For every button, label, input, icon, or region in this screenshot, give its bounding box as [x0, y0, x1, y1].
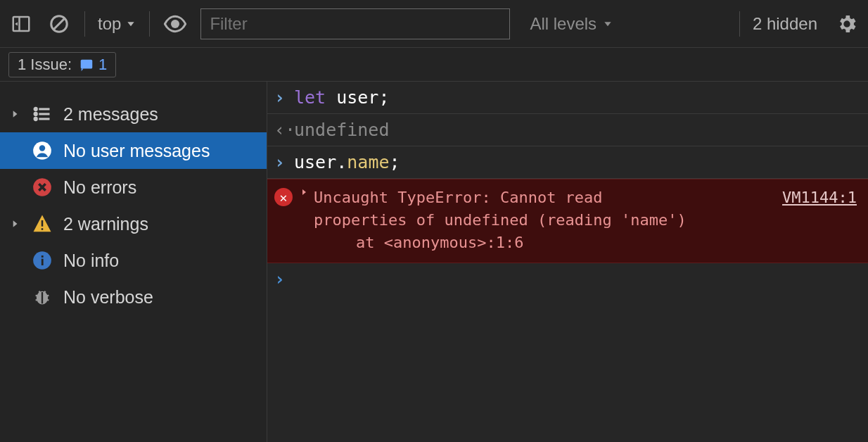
- svg-point-14: [34, 118, 37, 120]
- svg-line-3: [54, 18, 65, 29]
- sidebar-item-messages[interactable]: 2 messages: [0, 96, 267, 132]
- svg-rect-25: [42, 259, 44, 265]
- issues-bar: 1 Issue: 1: [0, 48, 868, 82]
- live-expression-icon[interactable]: [162, 11, 188, 37]
- token-keyword: let: [294, 87, 326, 108]
- svg-point-13: [34, 113, 37, 115]
- list-icon: [31, 103, 53, 125]
- svg-marker-6: [604, 22, 611, 26]
- svg-marker-20: [13, 220, 18, 227]
- console-toolbar: top All levels 2 hidden: [0, 0, 868, 48]
- output-prompt-icon: ‹·: [274, 120, 294, 140]
- toolbar-divider: [739, 11, 740, 37]
- svg-point-12: [34, 108, 37, 110]
- svg-marker-4: [128, 22, 134, 26]
- svg-marker-8: [13, 110, 18, 117]
- sidebar-item-label: 2 messages: [63, 104, 158, 125]
- sidebar-item-errors[interactable]: No errors: [0, 169, 267, 206]
- error-icon: [31, 176, 53, 198]
- sidebar-item-warnings[interactable]: 2 warnings: [0, 206, 267, 242]
- chevron-down-icon: [602, 18, 613, 30]
- issue-count: 1: [98, 56, 107, 74]
- console-input-line[interactable]: › user.name;: [267, 146, 868, 179]
- clear-console-icon[interactable]: [46, 11, 72, 37]
- svg-rect-22: [42, 220, 44, 227]
- toggle-sidebar-icon[interactable]: [8, 11, 34, 37]
- filter-input[interactable]: [200, 8, 510, 39]
- levels-label: All levels: [530, 14, 596, 34]
- error-stack: at <anonymous>:1:6: [300, 232, 857, 254]
- console-error[interactable]: ✕ Uncaught TypeError: Cannot read VM1144…: [267, 179, 868, 263]
- issue-icon: [79, 57, 94, 72]
- svg-line-34: [44, 291, 45, 293]
- toolbar-divider: [84, 11, 85, 37]
- error-source-link[interactable]: VM1144:1: [782, 187, 857, 209]
- sidebar-item-label: No errors: [63, 177, 136, 198]
- token-dot: .: [336, 152, 347, 172]
- sidebar-item-label: No user messages: [63, 141, 210, 161]
- code-line: let user;: [294, 87, 860, 108]
- svg-line-33: [39, 291, 40, 293]
- sidebar-item-label: No info: [63, 251, 119, 271]
- settings-icon[interactable]: [834, 11, 860, 37]
- context-selector[interactable]: top: [98, 14, 136, 34]
- main-split: 2 messages No user messages: [0, 82, 868, 442]
- sidebar-item-verbose[interactable]: No verbose: [0, 279, 267, 315]
- info-icon: [31, 249, 53, 272]
- svg-rect-23: [42, 228, 44, 230]
- error-icon: ✕: [274, 188, 293, 206]
- console-output-line[interactable]: ‹· undefined: [267, 114, 868, 146]
- issues-button[interactable]: 1 Issue: 1: [8, 52, 116, 77]
- svg-line-32: [46, 300, 49, 301]
- token-ident: user;: [326, 87, 389, 108]
- toolbar-divider: [149, 11, 150, 37]
- sidebar-item-info[interactable]: No info: [0, 242, 267, 279]
- sidebar: 2 messages No user messages: [0, 82, 267, 442]
- levels-selector[interactable]: All levels: [530, 14, 613, 34]
- svg-marker-35: [302, 189, 306, 195]
- error-title-line1: Uncaught TypeError: Cannot read: [314, 187, 761, 209]
- token-prop: name: [347, 152, 389, 172]
- svg-line-30: [36, 300, 39, 301]
- code-line: user.name;: [294, 152, 860, 172]
- issue-badge: 1: [79, 56, 107, 74]
- svg-rect-7: [81, 59, 93, 68]
- bug-icon: [31, 286, 53, 308]
- svg-point-16: [39, 145, 45, 151]
- svg-line-29: [36, 296, 39, 296]
- expand-icon: [8, 109, 21, 119]
- context-label: top: [98, 14, 121, 34]
- console-output: › let user; ‹· undefined › user.name; ✕: [267, 82, 868, 442]
- error-body: Uncaught TypeError: Cannot read VM1144:1…: [300, 187, 857, 254]
- input-prompt-icon: ›: [274, 269, 294, 289]
- console-input-line[interactable]: › let user;: [267, 82, 868, 114]
- expand-error-icon[interactable]: [300, 188, 309, 196]
- svg-line-31: [46, 296, 49, 296]
- svg-point-5: [171, 20, 179, 28]
- console-prompt[interactable]: ›: [267, 263, 868, 295]
- token-ident: user: [294, 152, 336, 172]
- sidebar-item-user-messages[interactable]: No user messages: [0, 132, 267, 169]
- svg-rect-26: [42, 255, 44, 258]
- input-prompt-icon: ›: [274, 152, 294, 172]
- token-semi: ;: [390, 152, 400, 172]
- error-title-line2: properties of undefined (reading 'name'): [300, 209, 857, 232]
- user-icon: [31, 139, 53, 162]
- input-prompt-icon: ›: [274, 87, 294, 108]
- issues-label: 1 Issue:: [18, 56, 72, 74]
- warning-icon: [31, 213, 53, 235]
- sidebar-item-label: 2 warnings: [63, 214, 148, 234]
- expand-icon: [8, 219, 21, 229]
- output-value: undefined: [294, 120, 860, 140]
- hidden-count[interactable]: 2 hidden: [753, 14, 817, 34]
- sidebar-item-label: No verbose: [63, 287, 153, 308]
- chevron-down-icon: [125, 18, 136, 30]
